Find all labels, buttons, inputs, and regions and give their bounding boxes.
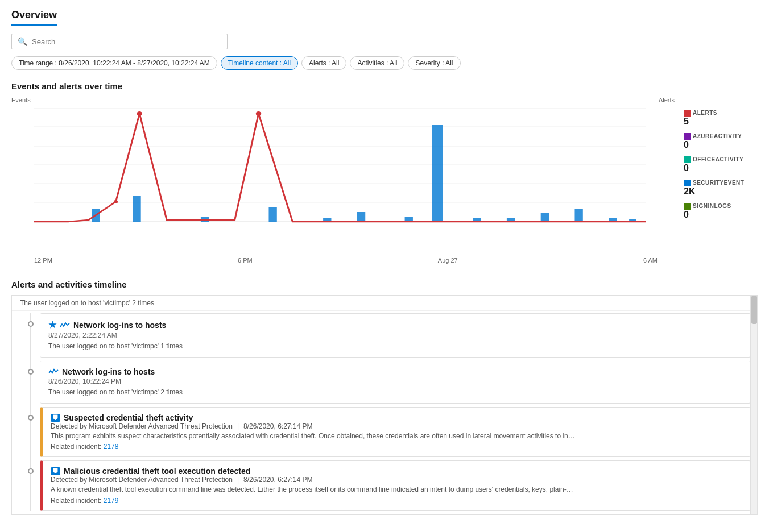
x-label-12pm: 12 PM [34, 257, 52, 264]
timeline-section-title: Alerts and activities timeline [11, 280, 758, 289]
search-bar: 🔍 [11, 34, 228, 49]
timeline-dot [28, 369, 34, 375]
network-icon-2 [48, 368, 59, 376]
alert-icon-2: ⛊ [51, 467, 60, 475]
legend-alerts: ALERTS 5 [684, 108, 758, 127]
list-item: ★︎ Network log-ins to hosts 8/27/2020, 2… [40, 313, 750, 358]
svg-rect-32 [432, 125, 443, 222]
incident-link-2178[interactable]: 2178 [104, 443, 119, 451]
chart-area: Events Alerts 0 200 [11, 97, 758, 264]
card-title: Network log-ins to hosts [48, 367, 742, 376]
x-label-6am: 6 AM [643, 257, 658, 264]
x-label-6pm: 6 PM [238, 257, 253, 264]
timeline-top-cut: The user logged on to host 'victimpc' 2 … [12, 296, 750, 311]
timeline-card-activity-1[interactable]: ★︎ Network log-ins to hosts 8/27/2020, 2… [40, 313, 750, 358]
page-title: Overview [11, 9, 57, 26]
svg-rect-30 [357, 212, 365, 222]
filters-bar: Time range : 8/26/2020, 10:22:24 AM - 8/… [11, 56, 758, 70]
x-axis-labels: 12 PM 6 PM Aug 27 6 AM [11, 257, 675, 264]
svg-rect-35 [541, 213, 549, 222]
filter-time-range[interactable]: Time range : 8/26/2020, 10:22:24 AM - 8/… [11, 56, 217, 70]
legend-officeactivity: OFFICEACTIVITY 0 [684, 155, 758, 173]
related-incident-label: Related incident: 2178 [51, 443, 742, 451]
scrollbar-thumb[interactable] [751, 296, 757, 324]
x-label-aug27: Aug 27 [438, 257, 458, 264]
legend-signinlogs: SIGNINLOGS 0 [684, 201, 758, 220]
chart-svg: 0 200 400 600 800 1,000 1,200 0 0.2 0.4 … [34, 108, 646, 233]
card-desc: A known credential theft tool execution … [51, 485, 707, 494]
timeline-dot [28, 468, 34, 474]
svg-point-39 [137, 111, 143, 116]
list-item: ⛊ Suspected credential theft activity De… [40, 407, 750, 458]
incident-link-2179[interactable]: 2179 [104, 497, 119, 505]
card-date: 8/27/2020, 2:22:24 AM [48, 331, 742, 339]
related-incident-label-2: Related incident: 2179 [51, 497, 742, 505]
scrollbar-track[interactable] [751, 295, 758, 515]
list-item: ⛊ Malicious credential theft tool execut… [40, 460, 750, 511]
timeline-line [30, 313, 31, 511]
filter-activities[interactable]: Activities : All [350, 56, 404, 70]
chart-main: Events Alerts 0 200 [11, 97, 675, 264]
timeline-card-activity-2[interactable]: Network log-ins to hosts 8/26/2020, 10:2… [40, 361, 750, 404]
card-title: ★︎ Network log-ins to hosts [48, 319, 742, 330]
svg-rect-28 [268, 207, 276, 222]
search-input[interactable] [32, 38, 221, 46]
card-meta: Detected by Microsoft Defender Advanced … [51, 422, 742, 430]
card-meta: Detected by Microsoft Defender Advanced … [51, 476, 742, 484]
legend-securityevent: SECURITYEVENT 2K [684, 178, 758, 197]
card-desc: This program exhibits suspect characteri… [51, 431, 707, 441]
list-item: Network log-ins to hosts 8/26/2020, 10:2… [40, 361, 750, 404]
card-date: 8/26/2020, 10:22:24 PM [48, 377, 742, 385]
alert-icon: ⛊ [51, 414, 60, 422]
timeline-dot [28, 415, 34, 421]
svg-rect-36 [574, 209, 582, 222]
legend-azureactivity: AZUREACTIVITY 0 [684, 131, 758, 150]
svg-rect-26 [133, 196, 140, 222]
filter-alerts[interactable]: Alerts : All [301, 56, 346, 70]
activity-icon: ★︎ [48, 319, 56, 330]
timeline-dot [28, 321, 34, 327]
filter-severity[interactable]: Severity : All [408, 56, 460, 70]
card-desc: The user logged on to host 'victimpc' 1 … [48, 342, 707, 351]
svg-point-40 [256, 111, 262, 116]
network-icon [60, 321, 70, 329]
timeline-card-alert-orange[interactable]: ⛊ Suspected credential theft activity De… [40, 407, 750, 458]
timeline-track: ★︎ Network log-ins to hosts 8/27/2020, 2… [12, 313, 750, 511]
timeline-card-alert-red[interactable]: ⛊ Malicious credential theft tool execut… [40, 460, 750, 511]
filter-timeline-content[interactable]: Timeline content : All [221, 56, 298, 70]
card-desc: The user logged on to host 'victimpc' 2 … [48, 388, 707, 397]
search-icon: 🔍 [18, 37, 27, 46]
chart-legend: ALERTS 5 AZUREACTIVITY 0 OFFICEACTIVITY … [684, 97, 758, 264]
timeline-container: The user logged on to host 'victimpc' 2 … [11, 295, 751, 515]
card-title: ⛊ Suspected credential theft activity [51, 413, 742, 422]
chart-section-title: Events and alerts over time [11, 81, 758, 91]
svg-point-41 [114, 200, 118, 203]
card-title: ⛊ Malicious credential theft tool execut… [51, 467, 742, 476]
